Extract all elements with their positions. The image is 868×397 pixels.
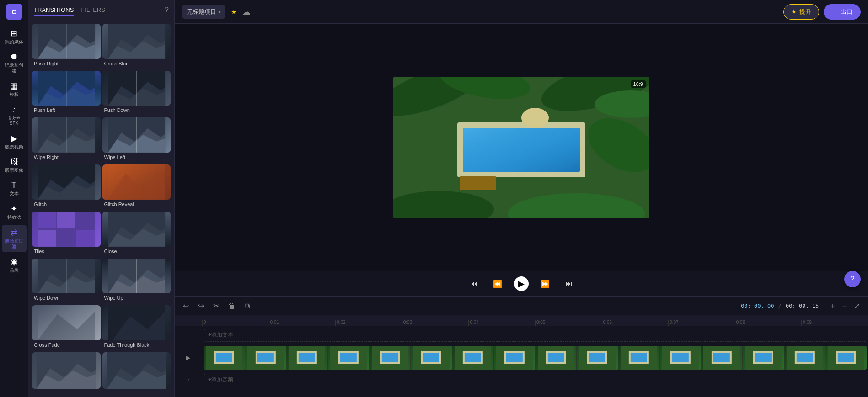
copy-button[interactable]: ⧉ — [242, 300, 252, 312]
time-display: 00: 00. 00 / 00: 09. 15 — [741, 303, 819, 309]
transition-item-wipe-up[interactable]: Wipe Up — [102, 259, 171, 304]
sidebar-item-text[interactable]: T 文本 — [2, 178, 27, 199]
chevron-down-icon: ▾ — [218, 9, 221, 15]
thumb-inner-glitch — [32, 164, 101, 200]
tab-filters[interactable]: FILTERS — [81, 5, 105, 16]
play-button[interactable]: ▶ — [514, 276, 529, 291]
add-text-button[interactable]: +添加文本 — [204, 329, 866, 342]
transition-thumb-push-down — [102, 71, 171, 106]
sidebar-item-label: 我的媒体 — [5, 39, 23, 45]
transitions-panel: TRANSITIONS FILTERS ? Push Right Cross B… — [28, 0, 175, 397]
transition-item-push-right[interactable]: Push Right — [32, 24, 101, 69]
app-logo[interactable]: C — [6, 4, 22, 20]
transition-label-wipe-up: Wipe Up — [102, 293, 171, 301]
sidebar-item-label: 股票图像 — [5, 168, 23, 173]
ruler-marks: 00:010:020:030:040:050:060:070:080:09 — [202, 315, 868, 326]
panel-help-icon[interactable]: ? — [165, 6, 169, 14]
svg-rect-75 — [257, 353, 274, 362]
transition-thumb-wipe-down — [32, 259, 101, 294]
sidebar-item-effects[interactable]: ✦ 特效法 — [2, 201, 27, 223]
text-track-content: +添加文本 — [202, 326, 868, 344]
transition-item-cross-fade[interactable]: Cross Fade — [32, 305, 101, 350]
transition-thumb-bottom-2 — [102, 352, 171, 389]
skip-to-start-button[interactable]: ⏮ — [466, 276, 481, 291]
transition-item-close[interactable]: Close — [102, 212, 171, 257]
project-name-btn[interactable]: 无标题项目 ▾ — [182, 5, 225, 19]
add-audio-label: +添加音频 — [208, 376, 233, 384]
timeline-tracks: T +添加文本 ▶ — [175, 326, 868, 397]
timeline-ruler: 00:010:020:030:040:050:060:070:080:09 — [175, 315, 868, 326]
add-audio-button[interactable]: +添加音频 — [204, 374, 866, 386]
video-frame — [370, 346, 411, 370]
transition-item-wipe-left[interactable]: Wipe Left — [102, 117, 171, 163]
transition-item-glitch-reveal[interactable]: Glitch Reveal — [102, 164, 171, 210]
transition-label-wipe-right: Wipe Right — [32, 153, 101, 160]
svg-rect-30 — [38, 212, 56, 228]
thumb-inner-fade-through-black — [102, 305, 171, 340]
svg-rect-96 — [547, 353, 564, 362]
transition-item-wipe-right[interactable]: Wipe Right — [32, 117, 101, 163]
video-track-content[interactable] — [202, 344, 868, 371]
svg-rect-117 — [838, 353, 854, 362]
transition-item-push-left[interactable]: Push Left — [32, 71, 101, 116]
zoom-in-button[interactable]: + — [828, 300, 837, 312]
stock-video-icon: ▶ — [11, 133, 17, 143]
transition-item-wipe-down[interactable]: Wipe Down — [32, 259, 101, 304]
sidebar-item-my-media[interactable]: ⊞ 我的媒体 — [2, 26, 27, 48]
ruler-mark: 0:03 — [402, 320, 469, 326]
undo-button[interactable]: ↩ — [180, 300, 192, 312]
transition-item-bottom-1[interactable] — [32, 352, 101, 393]
transition-thumb-close — [102, 212, 171, 247]
step-back-button[interactable]: ⏪ — [490, 276, 505, 291]
ruler-mark: 0:08 — [735, 320, 802, 326]
thumb-inner-tiles — [32, 212, 101, 247]
svg-rect-111 — [755, 353, 772, 362]
transition-label-bottom-1 — [32, 389, 101, 391]
sidebar-item-stock-video[interactable]: ▶ 股票视频 — [2, 131, 27, 153]
video-frame — [743, 346, 784, 370]
transition-thumb-wipe-right — [32, 117, 101, 153]
step-forward-button[interactable]: ⏩ — [538, 276, 552, 291]
transition-label-push-down: Push Down — [102, 106, 171, 113]
thumb-inner-wipe-down — [32, 259, 101, 294]
music-note-icon: ♪ — [187, 377, 190, 383]
transition-item-tiles[interactable]: Tiles — [32, 212, 101, 257]
tab-transitions[interactable]: TRANSITIONS — [34, 5, 74, 16]
transition-item-bottom-2[interactable] — [102, 352, 171, 393]
delete-button[interactable]: 🗑 — [225, 300, 238, 312]
redo-button[interactable]: ↪ — [195, 300, 207, 312]
export-button[interactable]: → 出口 — [824, 4, 861, 20]
upgrade-button[interactable]: ★ 提升 — [783, 4, 819, 20]
svg-rect-78 — [299, 353, 315, 362]
sidebar-item-record[interactable]: ⏺ 记录和创建 — [2, 49, 27, 76]
video-preview: 16:9 — [393, 77, 649, 218]
thumb-inner-bottom-1 — [32, 352, 101, 389]
transition-thumb-bottom-1 — [32, 352, 101, 389]
ruler-mark: 0:01 — [269, 320, 336, 326]
video-frame — [494, 346, 535, 370]
transition-item-cross-blur[interactable]: Cross Blur — [102, 24, 171, 69]
thumb-inner-cross-fade — [32, 305, 101, 340]
sidebar-item-templates[interactable]: ▦ 模板 — [2, 78, 27, 100]
skip-to-end-button[interactable]: ⏭ — [562, 276, 576, 291]
svg-rect-35 — [76, 230, 95, 246]
thumb-inner-wipe-left — [102, 117, 171, 153]
transition-item-push-down[interactable]: Push Down — [102, 71, 171, 116]
sidebar-item-music[interactable]: ♪ 音乐& SFX — [2, 102, 27, 129]
transition-item-glitch[interactable]: Glitch — [32, 164, 101, 210]
help-button[interactable]: ? — [844, 271, 861, 287]
sidebar-item-brand[interactable]: ◉ 品牌 — [2, 254, 27, 276]
video-frame — [245, 346, 286, 370]
stock-images-icon: 🖼 — [10, 157, 18, 167]
zoom-out-button[interactable]: − — [840, 300, 849, 312]
fit-button[interactable]: ⤢ — [851, 300, 863, 312]
transition-item-fade-through-black[interactable]: Fade Through Black — [102, 305, 171, 350]
sidebar-item-transitions[interactable]: ⇄ 渡场和过渡 — [2, 225, 27, 252]
svg-rect-93 — [506, 353, 523, 362]
video-frame — [452, 346, 493, 370]
record-icon: ⏺ — [10, 52, 18, 62]
cut-button[interactable]: ✂ — [210, 300, 222, 312]
effects-icon: ✦ — [11, 204, 17, 214]
sidebar-item-stock-images[interactable]: 🖼 股票图像 — [2, 154, 27, 176]
thumb-inner-cross-blur — [102, 24, 171, 59]
